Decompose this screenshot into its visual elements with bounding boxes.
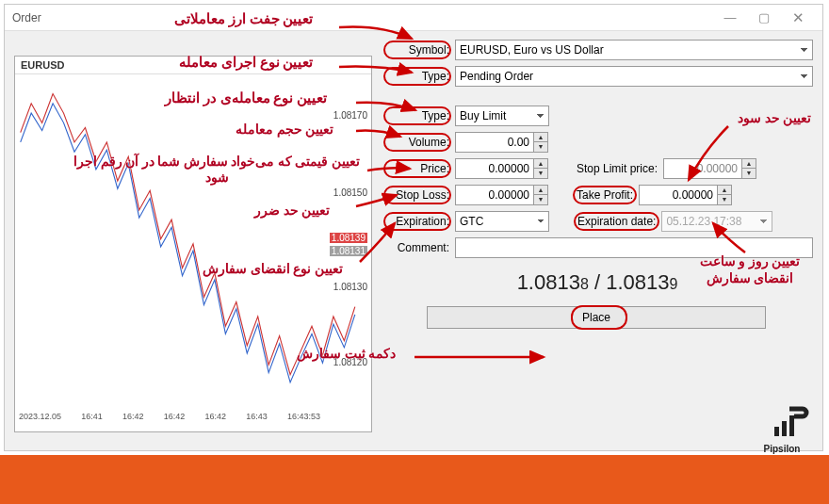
ann-volume: تعیین حجم معامله	[236, 122, 333, 138]
maximize-button[interactable]: ▢	[747, 5, 781, 31]
logo-icon	[754, 406, 810, 440]
x-tick: 16:42	[164, 412, 186, 421]
ann-price: تعیین قیمتی که می‌خواد سفارش شما در آن ر…	[61, 154, 372, 186]
body-area: EURUSD 1.08170 1.08150 1.08139 1.08131 1…	[5, 31, 822, 451]
order-type-label: Type:	[382, 70, 449, 83]
expiration-date-select: 05.12.23 17:38	[661, 211, 772, 232]
stop-limit-spinner: ▲▼	[742, 158, 756, 179]
take-profit-input[interactable]	[639, 185, 718, 205]
brand-logo: Pipsilon	[754, 406, 810, 453]
x-tick: 16:43:53	[287, 412, 320, 421]
y-tick: 1.08130	[333, 282, 367, 292]
order-window: Order — ▢ ✕ EURUSD 1.08170 1.08150 1.081…	[4, 4, 823, 451]
ask-price-tag: 1.08139	[330, 233, 367, 243]
price-input[interactable]	[455, 158, 534, 179]
volume-label: Volume:	[382, 136, 449, 149]
titlebar: Order — ▢ ✕	[5, 5, 822, 31]
window-title: Order	[12, 11, 713, 24]
pending-type-select[interactable]: Buy Limit	[455, 106, 549, 126]
expiration-date-label: Expiration date:	[577, 215, 656, 228]
footer-bar	[0, 455, 829, 504]
close-button[interactable]: ✕	[781, 5, 815, 31]
place-label: Place	[582, 311, 610, 324]
y-tick: 1.08150	[333, 187, 367, 198]
bid-sm: 8	[580, 276, 589, 292]
x-tick: 2023.12.05	[19, 412, 61, 421]
ask-sm: 9	[669, 276, 677, 292]
x-tick: 16:42	[122, 412, 144, 421]
volume-input[interactable]	[455, 132, 534, 153]
y-tick: 1.08170	[333, 110, 367, 121]
svg-rect-0	[774, 427, 779, 436]
ann-order-type: تعیین نوع اجرای معامله	[179, 54, 313, 71]
stop-loss-label: Stop Loss:	[382, 188, 449, 202]
ann-stop-loss: تعیین حد ضرر	[254, 203, 330, 219]
ann-expiration-date: تعیین روز و ساعت انقضای سفارش	[689, 253, 811, 287]
ann-place: دکمه ثبت سفارش	[297, 346, 396, 362]
pending-type-label: Type:	[382, 109, 449, 122]
chart-panel: EURUSD 1.08170 1.08150 1.08139 1.08131 1…	[14, 56, 372, 432]
ann-symbol: تعیین جفت ارز معاملاتی	[174, 10, 313, 27]
bid-price-tag: 1.08131	[330, 246, 367, 256]
stop-loss-spinner[interactable]: ▲▼	[534, 185, 548, 205]
ann-expiration: تعیین نوع انقضای سفارش	[203, 261, 343, 277]
ann-pending-type: تعیین نوع معامله‌ی در انتظار	[165, 89, 327, 106]
brand-name: Pipsilon	[754, 444, 810, 454]
place-button[interactable]: Place	[427, 306, 766, 329]
take-profit-label: Take Profit:	[577, 188, 633, 202]
price-spinner[interactable]: ▲▼	[534, 158, 548, 179]
quote-sep: /	[589, 270, 606, 294]
svg-rect-2	[789, 415, 794, 436]
stop-limit-input	[663, 158, 742, 179]
bid-big: 1.0813	[517, 270, 580, 294]
x-tick: 16:42	[204, 412, 226, 421]
x-tick: 16:43	[246, 412, 268, 421]
svg-rect-1	[782, 421, 787, 436]
x-axis: 2023.12.05 16:41 16:42 16:42 16:42 16:43…	[15, 412, 324, 421]
expiration-select[interactable]: GTC	[455, 211, 549, 232]
take-profit-spinner[interactable]: ▲▼	[718, 185, 732, 205]
ann-take-profit: تعیین حد سود	[738, 110, 811, 126]
stop-loss-input[interactable]	[455, 185, 534, 205]
arrow-icon	[410, 350, 551, 365]
comment-label: Comment:	[382, 241, 449, 254]
price-label: Price:	[382, 162, 449, 175]
stop-limit-label: Stop Limit price:	[577, 162, 658, 175]
minimize-button[interactable]: —	[713, 5, 747, 31]
x-tick: 16:41	[81, 412, 103, 421]
volume-spinner[interactable]: ▲▼	[534, 132, 548, 153]
ask-big: 1.0813	[606, 270, 669, 294]
symbol-label: Symbol:	[382, 43, 449, 57]
expiration-label: Expiration:	[382, 215, 449, 228]
order-type-select[interactable]: Pending Order	[455, 66, 813, 87]
symbol-select[interactable]: EURUSD, Euro vs US Dollar	[455, 40, 813, 60]
